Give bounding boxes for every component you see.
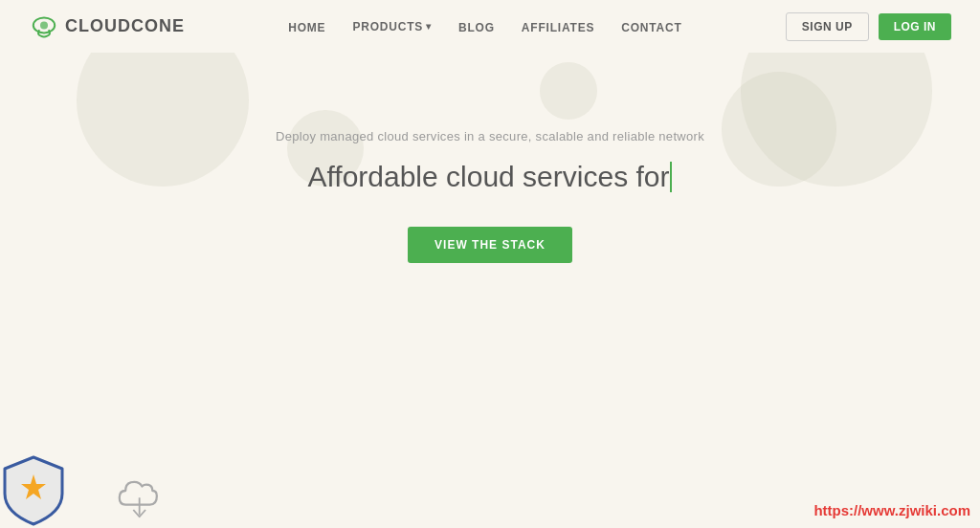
signup-button[interactable]: SIGN UP (786, 12, 869, 41)
hero-headline: Affordable cloud services for (308, 161, 673, 193)
navbar: CLOUDCONE HOME PRODUCTS BLOG AFFILIATES … (0, 0, 980, 53)
login-button[interactable]: LOG IN (879, 13, 951, 40)
hero-headline-text: Affordable cloud services for (308, 161, 670, 193)
cta-button[interactable]: VIEW THE STACK (408, 227, 572, 263)
nav-affiliates[interactable]: AFFILIATES (522, 21, 594, 34)
hero-section: Deploy managed cloud services in a secur… (0, 53, 980, 263)
cloud-download-icon (115, 472, 167, 519)
cloud-download-icon-wrap (115, 472, 167, 523)
hero-tagline: Deploy managed cloud services in a secur… (276, 129, 704, 143)
nav-contact[interactable]: CONTACT (621, 21, 681, 34)
nav-links: HOME PRODUCTS BLOG AFFILIATES CONTACT (288, 18, 681, 35)
text-cursor (670, 162, 672, 192)
svg-point-1 (40, 21, 48, 29)
logo-icon (29, 11, 59, 42)
logo[interactable]: CLOUDCONE (29, 11, 185, 42)
shield-icon-wrap (0, 448, 77, 528)
nav-blog[interactable]: BLOG (458, 21, 495, 34)
nav-home[interactable]: HOME (288, 21, 325, 34)
watermark: https://www.zjwiki.com (813, 502, 970, 518)
shield-icon (0, 448, 77, 528)
nav-products[interactable]: PRODUCTS (352, 20, 432, 33)
logo-text: CLOUDCONE (65, 16, 185, 36)
nav-buttons: SIGN UP LOG IN (786, 12, 951, 41)
